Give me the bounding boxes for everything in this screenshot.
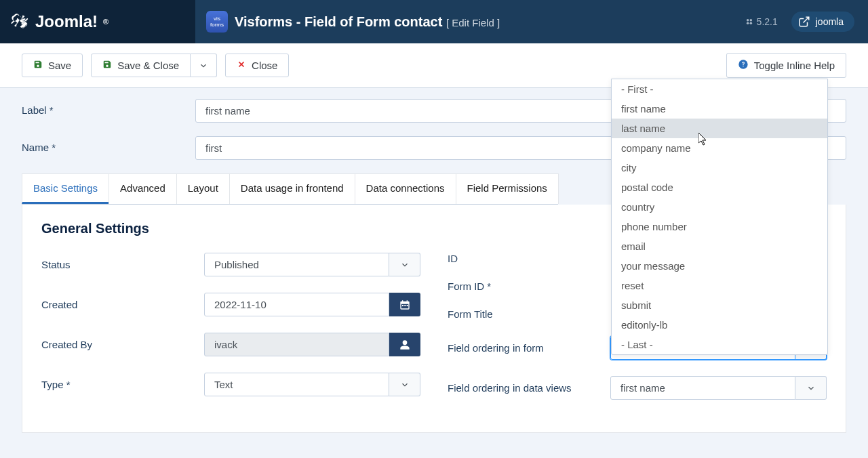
save-dropdown-button[interactable] xyxy=(191,54,217,77)
external-link-icon xyxy=(798,16,810,28)
dropdown-item-editonly-lb[interactable]: editonly-lb xyxy=(612,315,827,335)
status-label: Status xyxy=(41,259,204,270)
joomla-logo-icon xyxy=(11,12,30,31)
visforms-icon: vis forms xyxy=(206,11,228,33)
brand-text: Joomla! xyxy=(35,12,98,31)
close-button[interactable]: Close xyxy=(225,54,289,77)
type-select[interactable]: Text xyxy=(204,373,420,396)
dropdown-item-company-name[interactable]: company name xyxy=(612,138,827,158)
svg-point-3 xyxy=(749,22,752,25)
dropdown-item-country[interactable]: country xyxy=(612,197,827,217)
dropdown-item-postal-code[interactable]: postal code xyxy=(612,178,827,197)
tab-advanced[interactable]: Advanced xyxy=(108,173,177,204)
tab-data-connections[interactable]: Data connections xyxy=(355,173,456,204)
svg-point-0 xyxy=(747,19,749,22)
dropdown-item-last[interactable]: - Last - xyxy=(612,335,827,354)
chevron-down-icon xyxy=(199,61,208,70)
calendar-icon xyxy=(399,299,410,310)
dropdown-item-first-name[interactable]: first name xyxy=(612,99,827,119)
dropdown-item-submit[interactable]: submit xyxy=(612,295,827,315)
save-icon xyxy=(33,60,43,71)
brand-area[interactable]: Joomla! ® xyxy=(0,0,195,43)
joomla-mini-icon xyxy=(745,17,754,26)
dropdown-item-your-message[interactable]: your message xyxy=(612,256,827,276)
tab-layout[interactable]: Layout xyxy=(176,173,230,204)
save-button[interactable]: Save xyxy=(22,54,83,77)
createdby-label: Created By xyxy=(41,339,204,350)
page-subtitle: [ Edit Field ] xyxy=(446,17,500,28)
user-menu-button[interactable]: joomla xyxy=(791,12,854,32)
dropdown-item-phone-number[interactable]: phone number xyxy=(612,217,827,236)
id-label: ID xyxy=(448,253,610,264)
user-picker-button[interactable] xyxy=(389,333,420,356)
svg-point-2 xyxy=(747,22,749,25)
calendar-button[interactable] xyxy=(389,293,420,316)
field-ordering-label: Field ordering in form xyxy=(448,342,610,354)
field-ordering-data-views-select[interactable]: first name xyxy=(610,376,827,400)
type-label: Type * xyxy=(41,379,204,390)
save-close-button[interactable]: Save & Close xyxy=(91,54,191,77)
tab-field-permissions[interactable]: Field Permissions xyxy=(456,173,559,204)
dropdown-item-first[interactable]: - First - xyxy=(612,79,827,99)
close-icon xyxy=(237,60,246,71)
created-date-input[interactable] xyxy=(204,293,389,316)
formtitle-label: Form Title xyxy=(448,308,610,320)
chevron-down-icon xyxy=(795,376,827,400)
field-ordering-data-views-label: Field ordering in data views xyxy=(448,382,610,394)
label-field-label: Label * xyxy=(22,99,195,123)
formid-label: Form ID * xyxy=(448,280,610,292)
save-icon xyxy=(102,60,112,71)
svg-point-1 xyxy=(749,19,752,22)
dropdown-item-city[interactable]: city xyxy=(612,158,827,178)
field-ordering-dropdown: - First - first name last name company n… xyxy=(611,79,828,355)
name-field-label: Name * xyxy=(22,136,195,160)
dropdown-item-last-name[interactable]: last name xyxy=(612,119,827,138)
status-select[interactable]: Published xyxy=(204,253,420,276)
user-icon xyxy=(399,339,410,350)
page-title: Visforms - Field of Form contact xyxy=(235,14,442,29)
joomla-version[interactable]: 5.2.1 xyxy=(745,16,778,27)
svg-line-4 xyxy=(803,17,808,22)
tabs: Basic Settings Advanced Layout Data usag… xyxy=(22,173,558,205)
createdby-input xyxy=(204,333,389,356)
chevron-down-icon xyxy=(389,373,420,396)
dropdown-item-email[interactable]: email xyxy=(612,236,827,256)
tab-data-usage-frontend[interactable]: Data usage in frontend xyxy=(229,173,355,204)
created-label: Created xyxy=(41,299,204,310)
dropdown-item-reset[interactable]: reset xyxy=(612,276,827,295)
help-icon xyxy=(738,59,749,72)
mouse-cursor-icon xyxy=(698,133,709,149)
chevron-down-icon xyxy=(389,253,420,276)
toggle-inline-help-button[interactable]: Toggle Inline Help xyxy=(726,53,846,78)
tab-basic-settings[interactable]: Basic Settings xyxy=(22,173,109,204)
